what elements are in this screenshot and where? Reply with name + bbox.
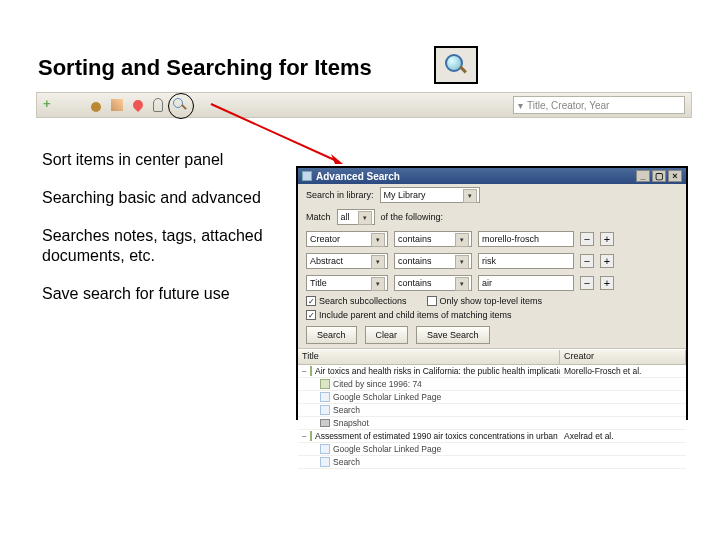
row-toggle[interactable]: − <box>302 431 307 441</box>
table-row[interactable]: −Assessment of estimated 1990 air toxics… <box>298 430 686 443</box>
bullet-4: Save search for future use <box>42 284 292 304</box>
value-input[interactable]: air <box>478 275 574 291</box>
checkbox-icon: ✓ <box>306 310 316 320</box>
field-select[interactable]: Creator <box>306 231 388 247</box>
remove-criteria-button[interactable]: − <box>580 276 594 290</box>
advanced-search-window: Advanced Search _ ▢ × Search in library:… <box>296 166 688 420</box>
row-title: Search <box>333 457 360 467</box>
add-criteria-button[interactable]: + <box>600 276 614 290</box>
bullet-list: Sort items in center panel Searching bas… <box>42 150 292 322</box>
magnifier-icon <box>445 54 467 76</box>
page-icon <box>320 457 330 467</box>
quick-search-input[interactable]: ▾ Title, Creator, Year <box>513 96 685 114</box>
new-collection-icon[interactable] <box>67 98 81 112</box>
cam-icon <box>320 419 330 427</box>
bullet-3: Searches notes, tags, attached documents… <box>42 226 292 266</box>
attach-icon[interactable] <box>91 102 101 112</box>
window-title: Advanced Search <box>316 171 400 182</box>
table-row[interactable]: Search <box>298 404 686 417</box>
clip-icon[interactable] <box>153 98 163 112</box>
operator-select[interactable]: contains <box>394 275 472 291</box>
page-icon <box>320 392 330 402</box>
add-criteria-button[interactable]: + <box>600 232 614 246</box>
value-input[interactable]: morello-frosch <box>478 231 574 247</box>
chevron-down-icon[interactable]: ▾ <box>518 100 523 111</box>
advanced-search-icon[interactable] <box>173 98 187 112</box>
row-title: Cited by since 1996: 74 <box>333 379 422 389</box>
maximize-button[interactable]: ▢ <box>652 170 666 182</box>
row-creator: Axelrad et al. <box>560 431 686 441</box>
row-title: Search <box>333 405 360 415</box>
bullet-2: Searching basic and advanced <box>42 188 292 208</box>
table-row[interactable]: Snapshot <box>298 417 686 430</box>
pin-icon[interactable] <box>131 98 145 112</box>
search-in-label: Search in library: <box>306 190 374 200</box>
page-icon <box>320 405 330 415</box>
table-row[interactable]: Google Scholar Linked Page <box>298 391 686 404</box>
chk-top-level-label: Only show top-level items <box>440 296 543 306</box>
row-title: Air toxics and health risks in Californi… <box>315 366 560 376</box>
library-select[interactable]: My Library <box>380 187 480 203</box>
match-suffix: of the following: <box>381 212 444 222</box>
row-toggle[interactable]: − <box>302 366 307 376</box>
row-title: Google Scholar Linked Page <box>333 444 441 454</box>
col-creator[interactable]: Creator <box>560 350 686 364</box>
operator-select[interactable]: contains <box>394 231 472 247</box>
window-titlebar: Advanced Search _ ▢ × <box>298 168 686 184</box>
chk-include-parent[interactable]: ✓ Include parent and child items of matc… <box>306 310 512 320</box>
save-search-button[interactable]: Save Search <box>416 326 490 344</box>
doc-icon <box>310 431 312 441</box>
checkbox-icon: ✓ <box>306 296 316 306</box>
wand-icon[interactable] <box>111 99 123 111</box>
doc-icon <box>320 379 330 389</box>
results-table: Title Creator −Air toxics and health ris… <box>298 349 686 469</box>
chk-subcollections[interactable]: ✓ Search subcollections <box>306 296 407 306</box>
toolbar: + ▾ Title, Creator, Year <box>36 92 692 118</box>
criteria-row-2: Abstract contains risk − + <box>298 250 686 272</box>
close-button[interactable]: × <box>668 170 682 182</box>
search-button[interactable]: Search <box>306 326 357 344</box>
match-prefix: Match <box>306 212 331 222</box>
field-select[interactable]: Abstract <box>306 253 388 269</box>
chk-top-level[interactable]: Only show top-level items <box>427 296 543 306</box>
remove-criteria-button[interactable]: − <box>580 254 594 268</box>
row-title: Assessment of estimated 1990 air toxics … <box>315 431 560 441</box>
table-row[interactable]: Search <box>298 456 686 469</box>
callout-circle <box>168 93 194 119</box>
row-title: Google Scholar Linked Page <box>333 392 441 402</box>
clear-button[interactable]: Clear <box>365 326 409 344</box>
quick-search-placeholder: Title, Creator, Year <box>527 100 609 111</box>
criteria-row-1: Creator contains morello-frosch − + <box>298 228 686 250</box>
new-item-icon[interactable]: + <box>43 98 57 112</box>
value-input[interactable]: risk <box>478 253 574 269</box>
table-row[interactable]: Google Scholar Linked Page <box>298 443 686 456</box>
page-icon <box>320 444 330 454</box>
criteria-row-3: Title contains air − + <box>298 272 686 294</box>
chk-include-parent-label: Include parent and child items of matchi… <box>319 310 512 320</box>
col-title[interactable]: Title <box>298 350 560 364</box>
field-select[interactable]: Title <box>306 275 388 291</box>
chk-subcollections-label: Search subcollections <box>319 296 407 306</box>
doc-icon <box>310 366 312 376</box>
minimize-button[interactable]: _ <box>636 170 650 182</box>
operator-select[interactable]: contains <box>394 253 472 269</box>
match-mode-select[interactable]: all <box>337 209 375 225</box>
table-row[interactable]: −Air toxics and health risks in Californ… <box>298 365 686 378</box>
window-icon <box>302 171 312 181</box>
add-criteria-button[interactable]: + <box>600 254 614 268</box>
checkbox-icon <box>427 296 437 306</box>
magnifier-callout <box>434 46 478 84</box>
svg-marker-1 <box>331 154 343 164</box>
remove-criteria-button[interactable]: − <box>580 232 594 246</box>
slide-title: Sorting and Searching for Items <box>38 55 372 81</box>
table-row[interactable]: Cited by since 1996: 74 <box>298 378 686 391</box>
row-title: Snapshot <box>333 418 369 428</box>
bullet-1: Sort items in center panel <box>42 150 292 170</box>
row-creator: Morello-Frosch et al. <box>560 366 686 376</box>
